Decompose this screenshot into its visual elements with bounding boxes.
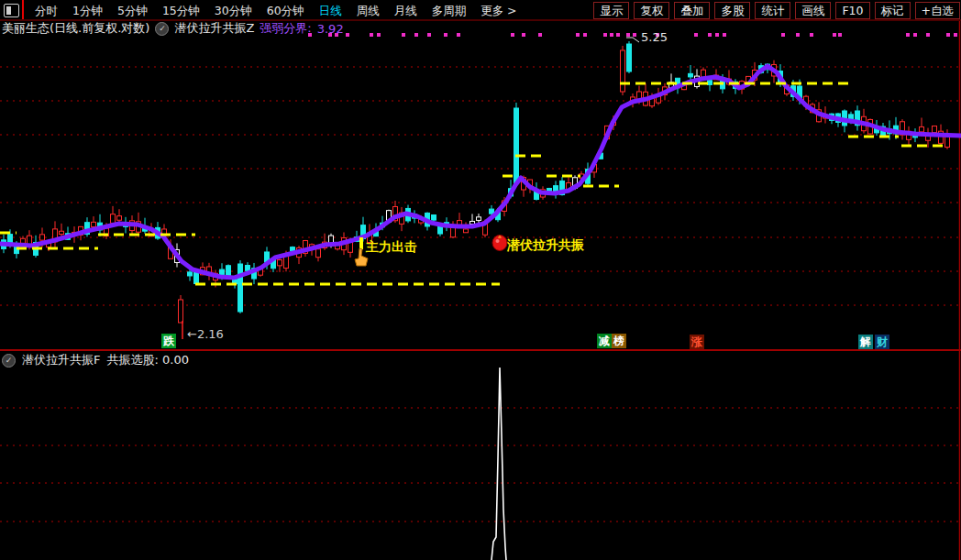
tool-button-叠加[interactable]: 叠加 bbox=[674, 2, 710, 19]
period-item-日线[interactable]: 日线 bbox=[312, 4, 349, 17]
sub-indicator-stat: 共振选股: 0.00 bbox=[106, 352, 188, 368]
period-item-多周期[interactable]: 多周期 bbox=[425, 4, 474, 17]
tool-button-显示[interactable]: 显示 bbox=[593, 2, 629, 19]
split-window-icon[interactable] bbox=[4, 4, 19, 17]
symbol-title: 美丽生态(日线.前复权.对数) bbox=[2, 20, 149, 37]
threshold-label: 强弱分界: bbox=[260, 20, 311, 37]
price-chart-canvas[interactable] bbox=[0, 0, 961, 560]
trading-app-window: 分时1分钟5分钟15分钟30分钟60分钟日线周线月线多周期更多 > 显示复权叠加… bbox=[0, 0, 961, 560]
info-badge-减[interactable]: 减 bbox=[597, 334, 612, 348]
period-item-group: 分时1分钟5分钟15分钟30分钟60分钟日线周线月线多周期更多 > bbox=[28, 1, 525, 19]
toolbar-button-group: 显示复权叠加多股统计画线F10标记+自选 bbox=[593, 2, 961, 19]
tool-button-多股[interactable]: 多股 bbox=[714, 2, 750, 19]
main-indicator-name[interactable]: 潜伏拉升共振Z bbox=[174, 20, 254, 37]
period-item-5分钟[interactable]: 5分钟 bbox=[110, 4, 155, 17]
period-item-30分钟[interactable]: 30分钟 bbox=[207, 4, 260, 17]
period-item-15分钟[interactable]: 15分钟 bbox=[155, 4, 207, 17]
resonance-signal-icon bbox=[492, 233, 508, 251]
period-menubar: 分时1分钟5分钟15分钟30分钟60分钟日线周线月线多周期更多 > 显示复权叠加… bbox=[0, 0, 961, 20]
main-force-attack-label: 主力出击 bbox=[366, 239, 417, 256]
pointing-hand-icon bbox=[352, 247, 370, 267]
sub-indicator-name[interactable]: 潜伏拉升共振F bbox=[22, 352, 100, 368]
info-badge-涨[interactable]: 涨 bbox=[690, 335, 704, 349]
high-price-label: 5.25 bbox=[641, 30, 668, 44]
info-badge-解[interactable]: 解 bbox=[858, 335, 873, 349]
indicator-check-icon[interactable]: ✓ bbox=[155, 22, 169, 36]
tool-button-标记[interactable]: 标记 bbox=[875, 2, 911, 19]
tool-button-统计[interactable]: 统计 bbox=[755, 2, 790, 19]
period-item-分时[interactable]: 分时 bbox=[28, 4, 65, 17]
chart-header: 美丽生态(日线.前复权.对数) ✓ 潜伏拉升共振Z 强弱分界: 3.92 bbox=[2, 21, 344, 36]
sub-indicator-check-icon[interactable]: ✓ bbox=[2, 354, 16, 368]
sub-indicator-header: ✓ 潜伏拉升共振F 共振选股: 0.00 bbox=[2, 353, 189, 368]
threshold-value: 3.92 bbox=[317, 22, 344, 36]
period-item-周线[interactable]: 周线 bbox=[349, 4, 387, 17]
period-item-1分钟[interactable]: 1分钟 bbox=[65, 4, 110, 17]
period-item-60分钟[interactable]: 60分钟 bbox=[260, 4, 312, 17]
tool-button-复权[interactable]: 复权 bbox=[634, 2, 669, 19]
low-price-label: ←2.16 bbox=[187, 327, 224, 341]
period-item-更多 >[interactable]: 更多 > bbox=[473, 4, 524, 17]
stat-label: 共振选股: bbox=[106, 353, 158, 367]
period-item-月线[interactable]: 月线 bbox=[387, 4, 425, 17]
tool-button-+自选[interactable]: +自选 bbox=[915, 2, 960, 19]
info-badge-跌[interactable]: 跌 bbox=[161, 334, 176, 348]
info-badge-财[interactable]: 财 bbox=[875, 335, 889, 349]
stat-value: 0.00 bbox=[162, 353, 189, 367]
tool-button-画线[interactable]: 画线 bbox=[795, 2, 831, 19]
menu-divider bbox=[22, 0, 24, 20]
latent-rally-resonance-label: 潜伏拉升共振 bbox=[507, 237, 584, 254]
tool-button-F10[interactable]: F10 bbox=[835, 2, 869, 19]
info-badge-榜[interactable]: 榜 bbox=[612, 334, 626, 348]
